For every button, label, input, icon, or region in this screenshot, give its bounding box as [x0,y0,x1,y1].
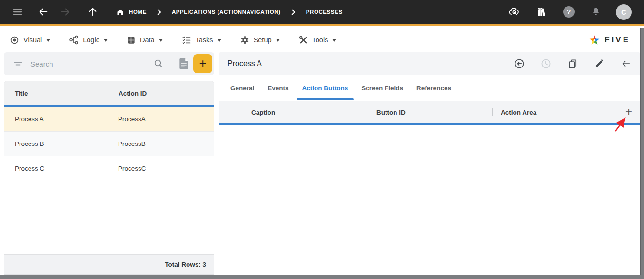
caret-down-icon [159,39,163,44]
window-border-left [0,28,0,275]
total-rows-label: Total Rows: 3 [165,261,206,268]
tab-general[interactable]: General [224,75,261,101]
app-window: HOME APPLICATIONS (ACTIONNAVIGATION) PRO… [0,0,644,279]
tab-action-buttons[interactable]: Action Buttons [296,75,355,101]
menu-logic[interactable]: Logic [69,35,108,45]
user-avatar[interactable]: C [616,4,632,20]
menu-label: Data [140,36,155,44]
column-header-title[interactable]: Title [4,90,111,97]
arrow-left-icon [621,58,631,69]
bell-icon [591,7,601,17]
filter-icon [13,59,23,68]
chevron-right-icon [291,9,296,15]
logic-flow-icon [69,35,79,45]
nav-up-button[interactable] [86,5,100,19]
visual-eye-icon [10,36,19,45]
detail-actions [512,56,634,71]
menu-tasks[interactable]: Tasks [182,35,221,45]
menu-bar: Visual Logic Data Tasks Setup Tools [0,28,640,52]
setup-gear-icon [240,36,249,45]
table-row-process-c[interactable]: Process C ProcessC [4,156,214,181]
detail-header: Process A [219,52,640,75]
total-rows-footer: Total Rows: 3 [4,254,214,274]
revert-circle-icon [514,58,525,69]
tab-screen-fields[interactable]: Screen Fields [355,75,410,101]
deploy-button[interactable] [507,5,522,19]
cell-title: Process C [4,165,111,172]
column-header-caption[interactable]: Caption [243,109,275,116]
chevron-right-icon [157,9,161,15]
breadcrumb-label: HOME [129,9,147,15]
notifications-button[interactable] [589,5,603,19]
five-brand-logo: FIVE [588,34,640,46]
edit-button[interactable] [592,56,607,71]
column-header-action-id[interactable]: Action ID [111,90,214,97]
books-icon [536,6,547,18]
history-button[interactable] [538,56,554,71]
notes-button[interactable] [176,56,191,71]
clock-icon [541,58,551,69]
filter-button[interactable] [12,58,24,69]
breadcrumb-label: APPLICATIONS (ACTIONNAVIGATION) [172,9,281,15]
window-border-bottom [0,275,644,279]
search-icon [153,58,164,69]
revert-button[interactable] [512,56,527,71]
tab-references[interactable]: References [410,75,458,101]
data-table-icon [127,36,136,45]
add-record-button[interactable]: + [193,54,212,73]
breadcrumb-home[interactable]: HOME [116,8,147,16]
menu-label: Tasks [196,36,213,44]
menu-label: Visual [23,36,42,44]
cloud-search-icon [508,6,521,18]
help-button[interactable]: ? [562,5,576,19]
breadcrumb: HOME APPLICATIONS (ACTIONNAVIGATION) PRO… [116,8,343,16]
action-buttons-empty-body [219,127,640,275]
nav-back-button[interactable] [36,5,50,19]
breadcrumb-processes[interactable]: PROCESSES [306,9,343,15]
collapse-panel-button[interactable] [618,56,634,71]
cell-action-id: ProcessB [111,140,214,147]
home-icon [116,8,124,16]
window-scrollbar-strip[interactable] [640,28,644,275]
menu-label: Tools [312,36,328,44]
caret-down-icon [332,39,336,44]
cell-title: Process B [4,140,111,147]
add-action-button[interactable]: + [625,106,632,118]
divider [171,58,171,70]
five-pinwheel-icon [588,34,601,46]
note-file-icon [178,58,189,70]
search-input[interactable] [30,60,151,68]
menu-visual[interactable]: Visual [10,36,50,45]
documentation-button[interactable] [535,5,549,19]
search-button[interactable] [151,56,166,71]
list-search-bar: + [4,52,214,75]
caret-down-icon [276,39,280,44]
menu-setup[interactable]: Setup [240,36,280,45]
help-icon: ? [563,6,575,18]
caret-down-icon [104,39,108,44]
breadcrumb-label: PROCESSES [306,9,343,15]
cell-action-id: ProcessC [111,165,214,172]
tasks-checklist-icon [182,35,191,45]
menu-data[interactable]: Data [127,36,163,45]
column-header-action-area[interactable]: Action Area [493,109,536,116]
list-header: Title Action ID [4,81,214,107]
arrow-forward-icon [60,7,70,17]
nav-forward-button[interactable] [58,5,72,19]
menu-label: Setup [254,36,272,44]
action-buttons-table-header: Caption Button ID Action Area + [219,101,640,125]
arrow-back-icon [38,7,49,17]
table-row-process-a[interactable]: Process A ProcessA [4,107,214,132]
plus-icon: + [625,105,632,118]
copy-button[interactable] [565,56,580,71]
top-navbar: HOME APPLICATIONS (ACTIONNAVIGATION) PRO… [0,0,644,26]
column-header-button-id[interactable]: Button ID [368,109,406,116]
list-empty-area [4,181,214,254]
tab-events[interactable]: Events [261,75,295,101]
pencil-icon [594,59,604,68]
menu-tools[interactable]: Tools [299,36,337,45]
hamburger-menu-button[interactable] [10,5,25,19]
breadcrumb-applications[interactable]: APPLICATIONS (ACTIONNAVIGATION) [172,9,281,15]
table-row-process-b[interactable]: Process B ProcessB [4,132,214,156]
arrow-up-icon [88,7,98,17]
